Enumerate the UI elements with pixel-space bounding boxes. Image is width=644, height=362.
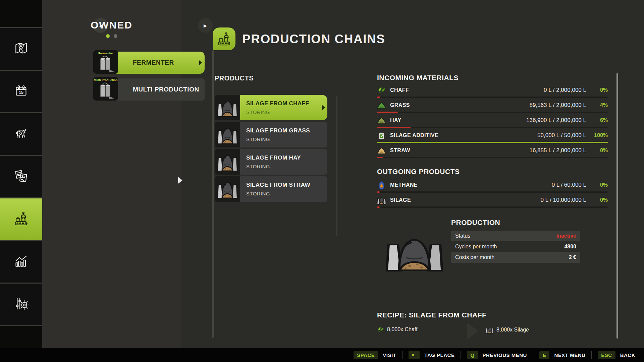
material-row-straw: STRAW 16,855 L / 2,000,000 L 0% [377,145,608,160]
sliders-gear-icon [14,296,29,312]
product-thumbnail [215,122,240,147]
grass-icon [377,101,386,110]
fill-level-bar [377,142,608,143]
recipe-input: 8,000x Chaff [377,326,417,333]
carousel-dot-active[interactable] [106,34,110,38]
statistics-icon [14,254,29,270]
product-name: METHANE [390,182,418,188]
recipe-heading: RECIPE: SILAGE FROM CHAFF [377,311,486,319]
product-row-methane: METHANE 0 L / 60,000 L 0% [377,179,608,194]
owned-item-thumbnail: Fermenter [93,50,118,74]
hotkey-visit[interactable]: SPACE VISIT [354,351,396,359]
production-chains-screen: 15 [0,0,644,362]
backspace-key-icon: ⇤ [409,351,420,359]
product-thumbnail [215,95,240,120]
row-label: Costs per month [455,254,494,260]
production-building-image [385,232,444,275]
selected-arrow-icon [322,105,325,110]
outgoing-products-list: METHANE 0 L / 60,000 L 0% SILAGE 0 L / 1… [377,179,608,209]
carousel-dot[interactable] [114,34,117,38]
material-percent: 0% [586,87,608,93]
sidebar-item-animals[interactable] [0,113,42,156]
product-item-silage-from-chaff[interactable]: SILAGE FROM CHAFF STORING [215,95,327,120]
hotkey-label: BACK [620,352,635,358]
products-scrollbar[interactable] [336,96,337,236]
page-title: PRODUCTION CHAINS [242,32,385,46]
cycles-value: 4800 [564,244,576,250]
hotkey-back[interactable]: ESC BACK [598,351,635,359]
silage-icon [377,196,386,205]
material-row-chaff: CHAFF 0 L / 2,000,000 L 0% [377,84,608,100]
panel-expand-arrow-icon[interactable] [178,177,182,184]
hay-icon [377,116,386,125]
silage-bunker-icon [217,97,238,118]
hotkey-tag-place[interactable]: ⇤ TAG PLACE [409,351,454,359]
thumbnail-caption: Multi Production [94,78,118,82]
main-scrollbar[interactable] [616,73,618,339]
chaff-icon [377,86,386,95]
material-amount: 89,563 L / 2,000,000 L [529,102,586,109]
status-value: Inactive [556,233,576,239]
owned-item-multi-production[interactable]: MULTI PRODUCTION Multi Production [93,77,205,101]
separator [402,351,402,359]
hotkey-previous-menu[interactable]: Q PREVIOUS MENU [467,351,527,359]
fill-level-bar [377,127,608,128]
hotkey-label: PREVIOUS MENU [483,352,527,358]
owned-item-thumbnail: Multi Production [93,77,118,101]
selected-arrow-icon [199,60,202,65]
product-thumbnail [215,149,240,175]
esc-key: ESC [598,351,615,359]
product-status: STORING [246,164,327,169]
incoming-materials-list: CHAFF 0 L / 2,000,000 L 0% GRASS 89,563 … [377,84,608,160]
sidebar-item-calendar[interactable]: 15 [0,71,42,113]
fill-level-bar [377,191,608,193]
product-percent: 0% [586,182,608,188]
q-key: Q [467,351,478,359]
owned-item-fermenter[interactable]: FERMENTER Fermenter [93,50,205,74]
product-thumbnail [215,176,240,202]
recipe-output: 8,000x Silage [486,326,529,334]
product-name: SILAGE [390,197,411,203]
material-row-hay: HAY 136,900 L / 2,000,000 L 6% [377,115,608,130]
silage-additive-icon [377,131,386,140]
owned-scrollbar[interactable] [212,50,214,338]
material-name: STRAW [390,147,410,154]
carousel-next-button[interactable]: ▶ [198,18,213,33]
hotkey-label: TAG PLACE [424,352,454,358]
material-percent: 0% [586,147,608,154]
costs-value: 2 € [569,254,576,260]
production-chains-icon [13,211,29,228]
table-row-costs: Costs per month 2 € [451,252,580,263]
hotkey-next-menu[interactable]: E NEXT MENU [539,351,585,359]
sidebar-spacer [0,0,42,28]
material-name: GRASS [390,102,410,108]
hotkey-label: VISIT [383,352,396,358]
incoming-materials-heading: INCOMING MATERIALS [377,74,459,82]
silage-bunker-icon [217,152,238,172]
recipe-output-qty: 8,000x Silage [496,327,529,333]
material-percent: 4% [586,102,608,108]
product-item-silage-from-straw[interactable]: SILAGE FROM STRAW STORING [215,176,327,202]
sidebar-item-production-chains[interactable] [0,198,42,241]
page-icon [213,27,235,50]
multi-production-thumb-icon [97,82,115,100]
sidebar-item-settings[interactable] [0,284,42,326]
material-percent: 100% [586,132,608,138]
product-amount: 0 L / 60,000 L [552,182,586,188]
material-percent: 6% [586,117,608,123]
fermenter-thumb-icon [97,55,115,73]
material-amount: 136,900 L / 2,000,000 L [526,117,586,124]
production-heading: PRODUCTION [451,219,500,227]
svg-text:15: 15 [19,90,23,95]
product-item-silage-from-hay[interactable]: SILAGE FROM HAY STORING [215,149,327,175]
product-title: SILAGE FROM GRASS [246,127,327,134]
sidebar-item-map[interactable] [0,28,42,71]
product-item-silage-from-grass[interactable]: SILAGE FROM GRASS STORING [215,122,327,147]
production-table: Status Inactive Cycles per month 4800 Co… [451,231,580,263]
silage-icon [486,326,494,334]
sidebar-item-contracts[interactable] [0,156,42,198]
material-row-grass: GRASS 89,563 L / 2,000,000 L 4% [377,100,608,115]
hotkey-label: NEXT MENU [554,352,585,358]
sidebar-item-statistics[interactable] [0,241,42,284]
material-name: HAY [390,117,401,123]
